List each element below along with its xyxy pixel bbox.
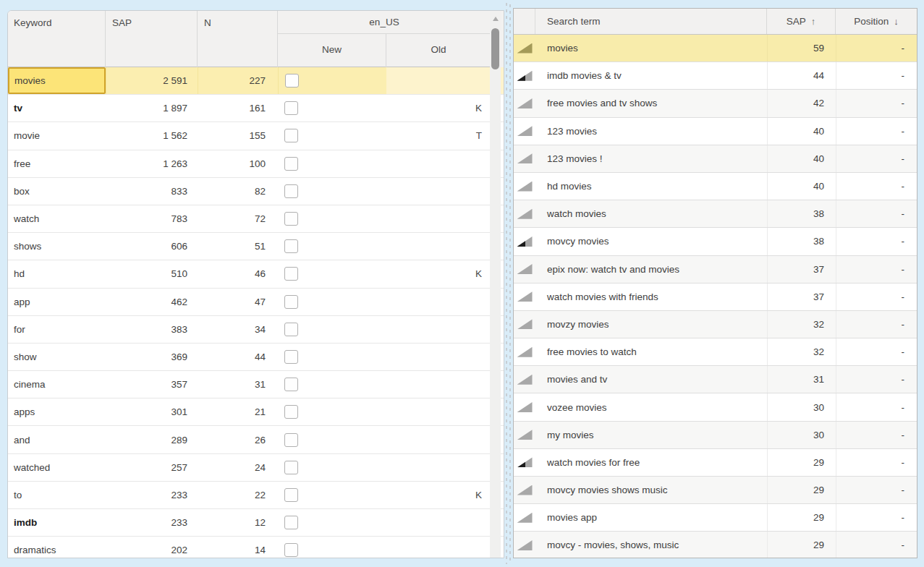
column-header-position-sortable[interactable]: Position ↓: [836, 9, 917, 34]
table-row[interactable]: imdb 233 12: [8, 509, 504, 537]
new-checkbox[interactable]: [284, 212, 298, 226]
column-header-search-term[interactable]: Search term: [535, 9, 767, 34]
table-row[interactable]: free 1 263 100: [8, 150, 504, 178]
new-checkbox[interactable]: [284, 405, 298, 419]
keyword-cell[interactable]: free: [8, 150, 106, 177]
table-row[interactable]: watch movies 38 -: [514, 200, 917, 228]
search-term-cell[interactable]: movies app: [535, 504, 767, 531]
table-row[interactable]: imdb movies & tv 44 -: [514, 62, 917, 90]
keyword-cell[interactable]: tv: [8, 95, 106, 122]
table-row[interactable]: box 833 82: [8, 178, 504, 205]
search-term-cell[interactable]: movcy - movies, shows, music: [535, 532, 767, 558]
search-term-cell[interactable]: vozee movies: [535, 393, 767, 420]
table-row[interactable]: epix now: watch tv and movies 37 -: [514, 256, 917, 284]
table-row[interactable]: show 369 44: [8, 344, 504, 371]
search-term-cell[interactable]: movcy movies: [535, 228, 767, 255]
table-row[interactable]: hd 510 46 K: [8, 260, 504, 288]
search-term-cell[interactable]: movcy movies shows music: [535, 477, 767, 503]
table-row[interactable]: movcy movies 38 -: [514, 228, 917, 255]
keyword-cell[interactable]: app: [8, 289, 106, 315]
table-row[interactable]: apps 301 21: [8, 398, 504, 426]
new-checkbox[interactable]: [284, 295, 298, 309]
table-row[interactable]: watched 257 24: [8, 454, 504, 482]
table-row[interactable]: hd movies 40 -: [514, 173, 917, 200]
table-row[interactable]: movzy movies 32 -: [514, 311, 917, 338]
scrollbar-thumb[interactable]: [491, 28, 499, 69]
column-header-old[interactable]: Old: [386, 34, 491, 67]
new-checkbox[interactable]: [284, 433, 298, 447]
keyword-cell[interactable]: hd: [8, 260, 106, 287]
table-row[interactable]: 123 movies ! 40 -: [514, 145, 917, 173]
keyword-cell[interactable]: to: [8, 482, 106, 508]
table-row[interactable]: shows 606 51: [8, 233, 504, 260]
search-term-cell[interactable]: movies and tv: [535, 366, 767, 393]
new-checkbox[interactable]: [284, 461, 298, 474]
new-checkbox[interactable]: [284, 488, 298, 502]
table-row[interactable]: movies 2 591 227: [8, 67, 504, 95]
table-row[interactable]: and 289 26: [8, 426, 504, 453]
table-row[interactable]: movies app 29 -: [514, 504, 917, 532]
search-term-cell[interactable]: watch movies: [535, 200, 767, 227]
column-header-keyword[interactable]: Keyword: [8, 11, 106, 67]
search-term-cell[interactable]: free movies and tv shows: [535, 90, 767, 116]
search-term-cell[interactable]: 123 movies: [535, 118, 767, 145]
table-row[interactable]: my movies 30 -: [514, 422, 917, 449]
search-term-cell[interactable]: free movies to watch: [535, 338, 767, 365]
search-term-cell[interactable]: imdb movies & tv: [535, 62, 767, 89]
table-row[interactable]: free movies to watch 32 -: [514, 338, 917, 366]
column-header-sap[interactable]: SAP: [106, 11, 198, 67]
vertical-scrollbar[interactable]: [490, 11, 501, 558]
search-term-cell[interactable]: 123 movies !: [535, 145, 767, 172]
search-term-cell[interactable]: movzy movies: [535, 311, 767, 338]
search-term-cell[interactable]: watch movies with friends: [535, 284, 767, 310]
search-term-cell[interactable]: my movies: [535, 422, 767, 448]
keyword-cell[interactable]: shows: [8, 233, 106, 260]
table-row[interactable]: watch 783 72: [8, 205, 504, 233]
table-row[interactable]: free movies and tv shows 42 -: [514, 90, 917, 117]
table-row[interactable]: vozee movies 30 -: [514, 393, 917, 421]
table-row[interactable]: 123 movies 40 -: [514, 118, 917, 145]
keyword-cell[interactable]: show: [8, 344, 106, 370]
table-row[interactable]: to 233 22 K: [8, 482, 504, 509]
keyword-cell[interactable]: movie: [8, 122, 106, 149]
keyword-cell[interactable]: watch: [8, 205, 106, 232]
search-term-cell[interactable]: hd movies: [535, 173, 767, 200]
table-row[interactable]: movies 59 -: [514, 35, 917, 62]
table-row[interactable]: app 462 47: [8, 289, 504, 316]
table-row[interactable]: movie 1 562 155 T: [8, 122, 504, 150]
search-term-cell[interactable]: watch movies for free: [535, 449, 767, 476]
column-header-new[interactable]: New: [278, 34, 386, 67]
keyword-cell[interactable]: dramatics: [8, 537, 106, 558]
keyword-cell[interactable]: for: [8, 316, 106, 343]
table-row[interactable]: dramatics 202 14: [8, 537, 504, 558]
new-checkbox[interactable]: [284, 157, 298, 171]
new-checkbox[interactable]: [284, 350, 298, 364]
table-row[interactable]: tv 1 897 161 K: [8, 95, 504, 122]
keyword-cell[interactable]: box: [8, 178, 106, 205]
new-checkbox[interactable]: [284, 323, 298, 336]
new-checkbox[interactable]: [284, 378, 298, 391]
new-checkbox[interactable]: [284, 184, 298, 198]
keyword-cell[interactable]: movies: [8, 67, 106, 94]
keyword-cell[interactable]: apps: [8, 398, 106, 425]
table-row[interactable]: watch movies for free 29 -: [514, 449, 917, 477]
scroll-up-icon[interactable]: [493, 17, 499, 21]
table-row[interactable]: for 383 34: [8, 316, 504, 344]
new-checkbox[interactable]: [284, 129, 298, 142]
keyword-cell[interactable]: cinema: [8, 371, 106, 398]
column-header-sap-sortable[interactable]: SAP ↑: [767, 9, 836, 34]
keyword-cell[interactable]: imdb: [8, 509, 106, 536]
new-checkbox[interactable]: [284, 101, 298, 115]
new-checkbox[interactable]: [284, 543, 298, 557]
search-term-cell[interactable]: movies: [535, 35, 767, 61]
column-header-n[interactable]: N: [198, 11, 278, 67]
new-checkbox[interactable]: [284, 239, 298, 253]
table-row[interactable]: movcy - movies, shows, music 29 -: [514, 532, 917, 558]
panel-splitter-handle[interactable]: [506, 3, 512, 564]
table-row[interactable]: watch movies with friends 37 -: [514, 284, 917, 311]
table-row[interactable]: movcy movies shows music 29 -: [514, 477, 917, 504]
table-row[interactable]: cinema 357 31: [8, 371, 504, 398]
new-checkbox[interactable]: [285, 74, 299, 88]
new-checkbox[interactable]: [284, 267, 298, 281]
new-checkbox[interactable]: [284, 516, 298, 529]
